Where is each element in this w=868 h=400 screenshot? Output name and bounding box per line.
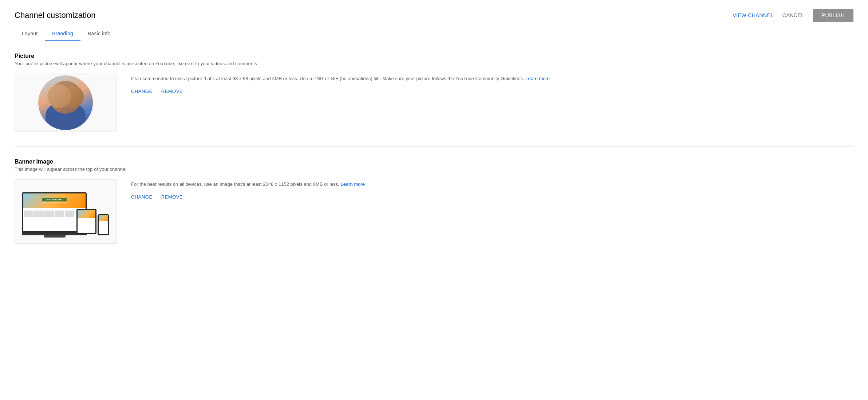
- picture-remove-button[interactable]: REMOVE: [161, 89, 183, 94]
- tablet-banner-image: [78, 210, 95, 218]
- laptop-thumb-3: [44, 211, 54, 217]
- banner-remove-button[interactable]: REMOVE: [161, 194, 183, 200]
- banner-action-links: CHANGE REMOVE: [131, 194, 853, 200]
- phone-device: [98, 214, 109, 236]
- banner-devices-illustration: MAHNOZAIN TRAVEL | FOOD | WHERE TO NEXT?: [22, 183, 109, 240]
- laptop-thumbnails: [24, 211, 84, 217]
- banner-section-title: Banner image: [15, 158, 853, 165]
- section-divider: [15, 146, 853, 147]
- banner-learn-more-link[interactable]: Learn more: [341, 181, 365, 187]
- picture-learn-more-link[interactable]: Learn more: [525, 76, 549, 81]
- page-title: Channel customization: [15, 11, 96, 20]
- laptop-banner-text: MAHNOZAIN: [42, 198, 67, 201]
- picture-preview-box: [15, 74, 117, 132]
- tablet-device: [76, 209, 96, 236]
- tab-layout[interactable]: Layout: [15, 26, 45, 41]
- banner-section-subtitle: This image will appear across the top of…: [15, 166, 853, 172]
- banner-section-row: MAHNOZAIN TRAVEL | FOOD | WHERE TO NEXT?: [15, 179, 853, 244]
- laptop-banner-image: MAHNOZAIN TRAVEL | FOOD | WHERE TO NEXT?: [23, 193, 86, 208]
- phone-banner-image: [99, 215, 108, 221]
- picture-section: Picture Your profile picture will appear…: [15, 53, 853, 132]
- laptop-thumb-5: [65, 211, 74, 217]
- page-header: Channel customization VIEW CHANNEL CANCE…: [0, 0, 868, 22]
- picture-section-subtitle: Your profile picture will appear where y…: [15, 61, 853, 66]
- banner-section: Banner image This image will appear acro…: [15, 158, 853, 244]
- tabs-bar: Layout Branding Basic info: [0, 26, 868, 41]
- banner-preview-box: MAHNOZAIN TRAVEL | FOOD | WHERE TO NEXT?: [15, 179, 117, 244]
- header-actions: VIEW CHANNEL CANCEL PUBLISH: [733, 9, 853, 22]
- tab-branding[interactable]: Branding: [45, 26, 80, 41]
- picture-info-text: It's recommended to use a picture that's…: [131, 75, 853, 83]
- view-channel-button[interactable]: VIEW CHANNEL: [733, 12, 774, 18]
- picture-change-button[interactable]: CHANGE: [131, 89, 153, 94]
- phone-screen: [98, 214, 109, 235]
- profile-picture-avatar: [38, 75, 93, 130]
- laptop-thumb-4: [55, 211, 64, 217]
- avatar-faces: [46, 83, 86, 114]
- picture-action-links: CHANGE REMOVE: [131, 89, 853, 94]
- tab-basic-info[interactable]: Basic info: [80, 26, 118, 41]
- content-area: Picture Your profile picture will appear…: [0, 41, 868, 270]
- laptop-stand: [44, 235, 66, 238]
- cancel-button[interactable]: CANCEL: [782, 12, 804, 18]
- tablet-screen: [76, 209, 96, 234]
- banner-change-button[interactable]: CHANGE: [131, 194, 153, 200]
- avatar-face-1: [47, 85, 71, 108]
- banner-info-box: For the best results on all devices, use…: [131, 179, 853, 200]
- laptop-thumb-1: [24, 211, 33, 217]
- publish-button[interactable]: PUBLISH: [813, 9, 853, 22]
- laptop-thumb-2: [34, 211, 44, 217]
- picture-info-box: It's recommended to use a picture that's…: [131, 74, 853, 94]
- banner-info-text: For the best results on all devices, use…: [131, 181, 853, 188]
- picture-section-row: It's recommended to use a picture that's…: [15, 74, 853, 132]
- picture-section-title: Picture: [15, 53, 853, 59]
- laptop-banner-subtext: TRAVEL | FOOD | WHERE TO NEXT?: [42, 202, 67, 204]
